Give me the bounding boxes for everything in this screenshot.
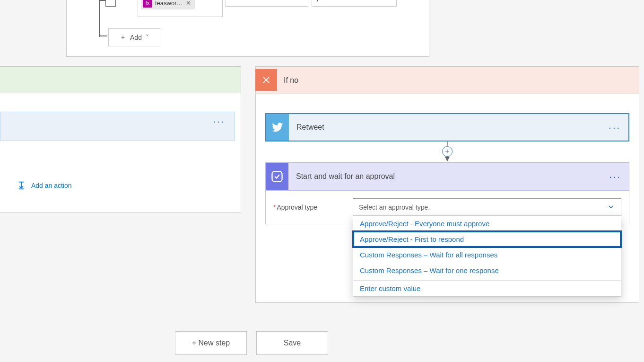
twitter-icon bbox=[266, 114, 289, 141]
svg-rect-0 bbox=[272, 172, 282, 182]
approval-icon bbox=[266, 163, 288, 190]
approval-action-card[interactable]: Start and wait for an approval ··· bbox=[265, 162, 629, 191]
token-icon: fx bbox=[143, 0, 152, 8]
approval-type-select[interactable]: Select an approval type. bbox=[353, 198, 621, 216]
approval-option[interactable]: Approve/Reject - First to respond bbox=[353, 231, 621, 247]
if-yes-branch: ··· Add an action bbox=[0, 66, 241, 213]
plus-icon: ＋ bbox=[120, 33, 126, 42]
condition-token-chip: fx teaswor… ✕ bbox=[141, 0, 195, 9]
required-asterisk: * bbox=[273, 203, 276, 211]
more-icon[interactable]: ··· bbox=[609, 122, 621, 133]
approval-type-dropdown: Approve/Reject - Everyone must approveAp… bbox=[353, 215, 621, 297]
token-remove-icon[interactable]: ✕ bbox=[186, 0, 191, 7]
if-no-icon bbox=[255, 69, 277, 91]
condition-compare-value: proble… bbox=[317, 0, 342, 1]
approval-option[interactable]: Custom Responses – Wait for all response… bbox=[353, 247, 621, 263]
approval-option[interactable]: Approve/Reject - Everyone must approve bbox=[353, 216, 621, 231]
add-action-label: Add an action bbox=[31, 182, 72, 189]
retweet-title: Retweet bbox=[296, 123, 324, 132]
condition-operator-select[interactable]: contains ˅ bbox=[226, 0, 308, 7]
approval-option[interactable]: Custom Responses – Wait for one response bbox=[353, 263, 621, 278]
condition-checkbox[interactable] bbox=[105, 0, 116, 7]
if-no-header: If no bbox=[256, 67, 639, 94]
approval-option-custom[interactable]: Enter custom value bbox=[353, 280, 621, 296]
approval-type-row: *Approval type Select an approval type. bbox=[273, 198, 621, 216]
chevron-down-icon: ˅ bbox=[300, 0, 303, 1]
if-no-title: If no bbox=[284, 76, 298, 85]
if-no-branch: If no Retweet ··· + ▼ Start and wait for… bbox=[255, 66, 639, 303]
add-action-icon bbox=[16, 180, 26, 191]
step-connector: + ▼ bbox=[256, 141, 639, 162]
if-yes-header bbox=[0, 67, 241, 93]
footer-buttons: + New step Save bbox=[175, 331, 328, 355]
condition-compare-input[interactable]: proble… bbox=[312, 0, 397, 7]
condition-card: fx teaswor… ✕ contains ˅ proble… ＋ Add ˅ bbox=[66, 0, 429, 57]
arrow-down-icon: ▼ bbox=[443, 156, 452, 161]
more-icon[interactable]: ··· bbox=[609, 171, 621, 182]
chevron-down-icon: ˅ bbox=[146, 34, 149, 41]
approval-title: Start and wait for an approval bbox=[296, 172, 395, 181]
new-step-button[interactable]: + New step bbox=[175, 331, 247, 355]
if-yes-action-card[interactable]: ··· bbox=[0, 112, 235, 141]
approval-type-label: *Approval type bbox=[273, 203, 317, 211]
approval-body: *Approval type Select an approval type. … bbox=[265, 191, 629, 224]
condition-add-button[interactable]: ＋ Add ˅ bbox=[108, 28, 160, 46]
condition-value-field[interactable]: fx teaswor… ✕ bbox=[138, 0, 223, 17]
more-icon[interactable]: ··· bbox=[213, 115, 225, 126]
condition-tree-line-2 bbox=[99, 35, 107, 36]
save-button[interactable]: Save bbox=[256, 331, 328, 355]
retweet-action-card[interactable]: Retweet ··· bbox=[265, 113, 629, 141]
close-icon bbox=[261, 75, 271, 85]
approval-type-placeholder: Select an approval type. bbox=[359, 203, 430, 211]
add-action-button[interactable]: Add an action bbox=[16, 180, 72, 191]
chevron-down-icon bbox=[607, 203, 615, 212]
token-label: teaswor… bbox=[155, 0, 183, 7]
condition-operator-label: contains bbox=[231, 0, 255, 1]
add-label: Add bbox=[130, 34, 142, 41]
